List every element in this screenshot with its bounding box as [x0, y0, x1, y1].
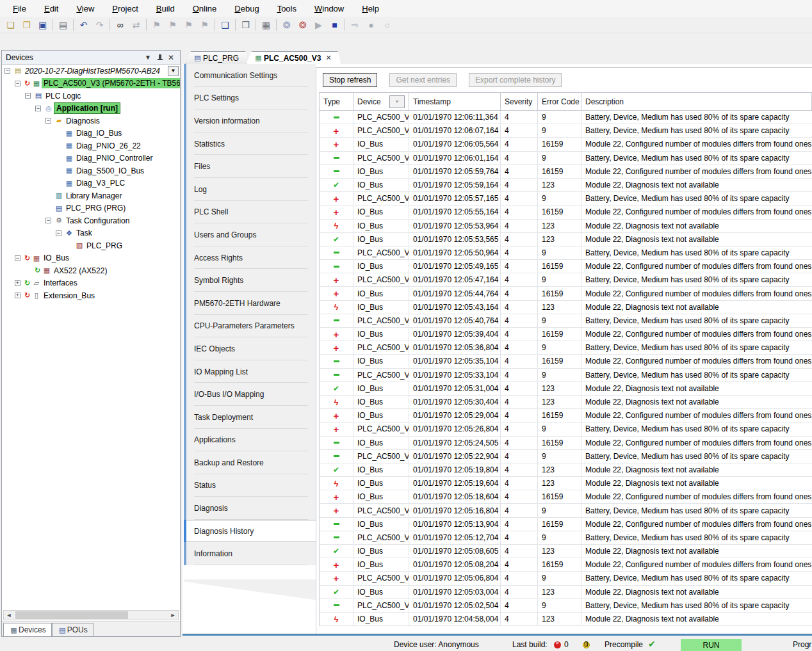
menu-view[interactable]: View: [67, 2, 103, 15]
clear-bookmarks-icon[interactable]: ⚑: [197, 18, 212, 32]
history-row[interactable]: ✔IO_Bus01/01/1970 12:05:31,0044123Module…: [320, 382, 812, 396]
redo-icon[interactable]: ↷: [92, 18, 107, 32]
history-row[interactable]: ✔IO_Bus01/01/1970 12:05:08,6054123Module…: [320, 545, 812, 558]
history-row[interactable]: IO_Bus01/01/1970 12:05:35,104416159Modul…: [320, 355, 812, 368]
pin-icon[interactable]: [157, 54, 163, 61]
scroll-left-icon[interactable]: ◄: [4, 612, 14, 618]
menu-tools[interactable]: Tools: [268, 2, 305, 15]
tree-item-diag-v3-plc[interactable]: ▦Diag_V3_PLC: [2, 177, 180, 190]
history-row[interactable]: PLC_AC500_V301/01/1970 12:05:50,96449Bat…: [320, 246, 812, 260]
editor-tab-plc-ac500-v3[interactable]: ▦PLC_AC500_V3✕: [246, 51, 341, 64]
column-header-type[interactable]: Type: [320, 93, 353, 110]
nav-item-applications[interactable]: Applications: [184, 429, 316, 452]
tree-item-task-configuration[interactable]: −⚙Task Configuration: [2, 214, 180, 227]
history-row[interactable]: IO_Bus01/01/1970 12:05:24,505416159Modul…: [320, 437, 812, 450]
nav-item-cpu-parameters-parameters[interactable]: CPU-Parameters Parameters: [184, 315, 316, 338]
tree-item-io-bus[interactable]: −↻▦IO_Bus: [2, 252, 180, 265]
history-row[interactable]: +IO_Bus01/01/1970 12:05:08,204416159Modu…: [320, 558, 812, 572]
bookmark-icon[interactable]: ⚑: [149, 18, 164, 32]
history-row[interactable]: PLC_AC500_V301/01/1970 12:05:40,76449Bat…: [320, 314, 812, 328]
nav-item-i-o-bus-i-o-mapping[interactable]: I/O-Bus I/O Mapping: [184, 383, 316, 406]
history-row[interactable]: +IO_Bus01/01/1970 12:05:18,604416159Modu…: [320, 490, 812, 504]
print-icon[interactable]: ▤: [56, 18, 70, 32]
column-header-timestamp[interactable]: Timestamp: [409, 93, 501, 110]
stop-icon[interactable]: ■: [327, 18, 342, 32]
history-row[interactable]: +PLC_AC500_V301/01/1970 12:06:07,16449Ba…: [320, 124, 812, 138]
tree-item-application-run[interactable]: −◎Application [run]: [2, 102, 180, 115]
tree-item-interfaces[interactable]: +↻▱Interfaces: [2, 277, 180, 290]
expander-icon[interactable]: +: [15, 280, 20, 286]
start-icon[interactable]: ▶: [311, 18, 326, 32]
nav-item-io-mapping-list[interactable]: IO Mapping List: [184, 360, 316, 383]
new-object-icon[interactable]: ❒: [238, 18, 253, 32]
nav-item-version-information[interactable]: Version information: [184, 109, 316, 133]
menu-window[interactable]: Window: [305, 2, 353, 15]
menu-project[interactable]: Project: [103, 2, 147, 15]
logout-icon[interactable]: ❂: [295, 18, 310, 32]
device-dropdown[interactable]: ▼: [168, 66, 179, 76]
menu-debug[interactable]: Debug: [225, 2, 268, 15]
history-row[interactable]: ✔IO_Bus01/01/1970 12:05:53,5654123Module…: [320, 233, 812, 246]
expander-icon[interactable]: −: [4, 68, 10, 74]
history-row[interactable]: PLC_AC500_V301/01/1970 12:06:11,36449Bat…: [320, 111, 812, 124]
column-header-error-code[interactable]: Error Code: [538, 93, 581, 110]
tree-item-2020-10-27-diaghisttestpm5670-ab24[interactable]: −▤2020-10-27-DiagHistTestPM5670-AB24▼: [2, 65, 180, 77]
history-row[interactable]: PLC_AC500_V301/01/1970 12:05:02,50449Bat…: [320, 599, 812, 613]
history-row[interactable]: +PLC_AC500_V301/01/1970 12:05:16,80449Ba…: [320, 504, 812, 517]
tab-close-icon[interactable]: ✕: [325, 54, 331, 62]
scrollbar-thumb[interactable]: [15, 611, 128, 619]
menu-edit[interactable]: Edit: [35, 2, 67, 15]
tree-horizontal-scrollbar[interactable]: ◄ ►: [3, 610, 179, 620]
open-file-icon[interactable]: ❐: [19, 18, 34, 32]
nav-item-files[interactable]: Files: [184, 155, 316, 178]
panel-close-icon[interactable]: ✕: [166, 53, 176, 62]
expander-icon[interactable]: −: [15, 255, 20, 261]
stop-refresh-button[interactable]: Stop refresh: [323, 73, 377, 87]
menu-file[interactable]: File: [4, 2, 35, 15]
history-row[interactable]: PLC_AC500_V301/01/1970 12:05:22,90449Bat…: [320, 450, 812, 463]
nav-item-communication-settings[interactable]: Communication Settings: [184, 64, 316, 87]
device-filter-dropdown[interactable]: ˅: [389, 95, 405, 108]
history-row[interactable]: ϟIO_Bus01/01/1970 12:05:30,4044123Module…: [320, 396, 812, 409]
nav-item-pm5670-2eth-hardware[interactable]: PM5670-2ETH Hardware: [184, 292, 316, 315]
column-header-device[interactable]: Device˅: [353, 93, 409, 110]
tree-item-ax522-ax522[interactable]: ↻▦AX522 (AX522): [2, 264, 180, 277]
history-row[interactable]: IO_Bus01/01/1970 12:05:59,764416159Modul…: [320, 165, 812, 179]
history-row[interactable]: ϟIO_Bus01/01/1970 12:04:58,0044123Module…: [320, 613, 812, 626]
nav-item-access-rights[interactable]: Access Rights: [184, 246, 316, 269]
nav-item-symbol-rights[interactable]: Symbol Rights: [184, 269, 316, 292]
history-row[interactable]: PLC_AC500_V301/01/1970 12:05:12,70449Bat…: [320, 531, 812, 545]
history-row[interactable]: PLC_AC500_V301/01/1970 12:06:01,16449Bat…: [320, 152, 812, 165]
next-bookmark-icon[interactable]: ⚑: [165, 18, 180, 32]
tab-devices[interactable]: ▦Devices: [3, 623, 52, 636]
expander-icon[interactable]: −: [15, 81, 20, 86]
tree-item-diag-pnio-26-22[interactable]: ▦Diag_PNIO_26_22: [2, 140, 180, 152]
tree-item-plc-ac500-v3-pm5670-2eth-tb5610-2[interactable]: −↻▦PLC_AC500_V3 (PM5670-2ETH - TB5610-2: [2, 77, 180, 90]
nav-item-iec-objects[interactable]: IEC Objects: [184, 337, 316, 360]
nav-item-statistics[interactable]: Statistics: [184, 133, 316, 156]
breakpoint-outline-icon[interactable]: ○: [380, 18, 394, 32]
expander-icon[interactable]: −: [35, 106, 41, 111]
history-row[interactable]: +PLC_AC500_V301/01/1970 12:05:47,16449Ba…: [320, 273, 812, 287]
tab-pous[interactable]: ▤POUs: [52, 623, 93, 636]
tree-item-extension-bus[interactable]: +↻▯Extension_Bus: [2, 289, 180, 302]
prev-bookmark-icon[interactable]: ⚑: [181, 18, 196, 32]
nav-item-task-deployment[interactable]: Task Deployment: [184, 406, 316, 429]
save-icon[interactable]: ▣: [35, 18, 50, 32]
history-row[interactable]: +IO_Bus01/01/1970 12:05:44,764416159Modu…: [320, 287, 812, 300]
history-row[interactable]: +PLC_AC500_V301/01/1970 12:05:26,80449Ba…: [320, 422, 812, 436]
column-header-description[interactable]: Description: [581, 93, 812, 110]
expander-icon[interactable]: −: [45, 118, 51, 124]
column-header-severity[interactable]: Severity: [501, 93, 538, 110]
history-row[interactable]: ✔IO_Bus01/01/1970 12:05:03,0044123Module…: [320, 586, 812, 599]
nav-item-backup-and-restore[interactable]: Backup and Restore: [184, 451, 316, 474]
nav-item-diagnosis[interactable]: Diagnosis: [184, 497, 316, 520]
expander-icon[interactable]: −: [56, 230, 61, 236]
history-row[interactable]: ϟIO_Bus01/01/1970 12:05:43,1644123Module…: [320, 301, 812, 314]
tree-item-diagnosis[interactable]: −▰Diagnosis: [2, 115, 180, 127]
history-row[interactable]: +PLC_AC500_V301/01/1970 12:05:36,80449Ba…: [320, 341, 812, 355]
tree-item-plc-logic[interactable]: −▤PLC Logic: [2, 90, 180, 102]
nav-item-users-and-groups[interactable]: Users and Groups: [184, 223, 316, 246]
history-row[interactable]: +PLC_AC500_V301/01/1970 12:05:06,80449Ba…: [320, 572, 812, 585]
history-row[interactable]: ϟIO_Bus01/01/1970 12:05:53,9644123Module…: [320, 220, 812, 233]
